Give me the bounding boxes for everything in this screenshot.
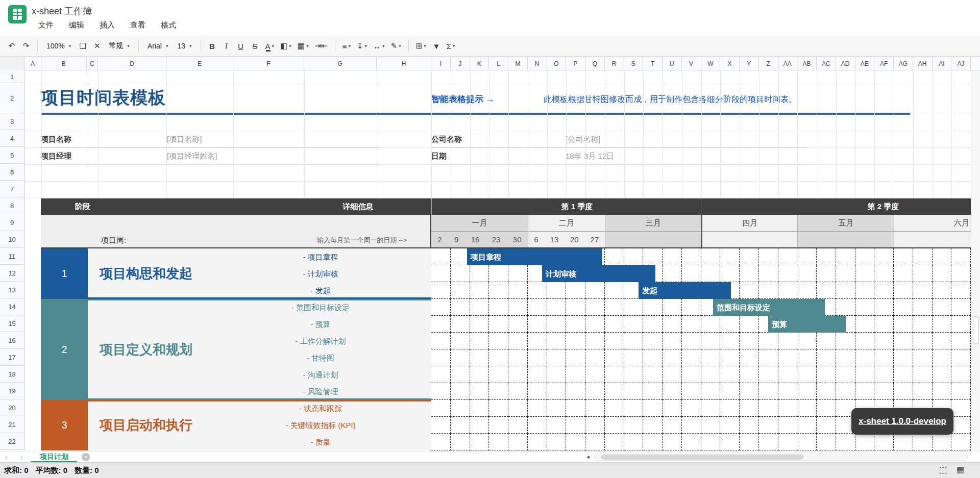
grid-cell[interactable]	[720, 400, 740, 417]
column-header-AC[interactable]: AC	[817, 57, 836, 70]
grid-cell[interactable]	[643, 434, 663, 450]
grid-cell[interactable]	[470, 417, 489, 434]
grid-cell[interactable]	[682, 265, 701, 282]
horizontal-scrollbar[interactable]	[594, 454, 968, 461]
column-header-W[interactable]: W	[701, 57, 721, 70]
align-left-icon[interactable]: ≡▾	[341, 39, 352, 53]
grid-cell[interactable]	[855, 248, 875, 265]
column-header-T[interactable]: T	[643, 57, 663, 70]
grid-cell[interactable]	[624, 333, 644, 349]
grid-cell[interactable]	[778, 366, 798, 383]
grid-cell[interactable]	[701, 333, 721, 349]
undo-icon[interactable]: ↶	[6, 39, 17, 53]
grid-cell[interactable]	[797, 434, 817, 450]
hscroll-left-icon[interactable]: ◄	[585, 454, 591, 460]
grid-cell[interactable]	[547, 316, 567, 333]
grid-cell[interactable]	[720, 265, 740, 282]
grid-cell[interactable]	[547, 434, 567, 450]
grid-cell[interactable]	[759, 383, 778, 400]
grid-cell[interactable]	[951, 383, 971, 400]
column-header-AB[interactable]: AB	[797, 57, 817, 70]
grid-cell[interactable]	[643, 417, 663, 434]
grid-cell[interactable]	[470, 434, 489, 450]
menu-item-文件[interactable]: 文件	[36, 19, 56, 31]
grid-cell[interactable]	[643, 383, 663, 400]
column-header-AA[interactable]: AA	[778, 57, 798, 70]
grid-cell[interactable]	[508, 400, 528, 417]
grid-cell[interactable]	[682, 383, 701, 400]
grid-cell[interactable]	[451, 282, 470, 299]
grid-cell[interactable]	[740, 366, 759, 383]
grid-cell[interactable]	[566, 417, 585, 434]
grid-cell[interactable]	[508, 282, 528, 299]
grid-cell[interactable]	[701, 434, 721, 450]
grid-cell[interactable]	[624, 383, 644, 400]
grid-cell[interactable]	[817, 282, 836, 299]
grid-cell[interactable]	[605, 299, 624, 316]
grid-cell[interactable]	[951, 299, 971, 316]
row-header-11[interactable]: 11	[0, 248, 24, 265]
row-header-15[interactable]: 15	[0, 315, 24, 332]
grid-cell[interactable]	[759, 349, 778, 366]
grid-cell[interactable]	[682, 299, 701, 316]
underline-icon[interactable]: U	[235, 39, 247, 53]
grid-cell[interactable]	[624, 316, 644, 333]
grid-cell[interactable]	[894, 434, 913, 450]
grid-cell[interactable]	[663, 366, 682, 383]
grid-cell[interactable]	[874, 333, 894, 349]
grid-cell[interactable]	[855, 349, 875, 366]
select-all-corner[interactable]	[0, 57, 24, 70]
grid-cell[interactable]	[585, 333, 605, 349]
grid-cell[interactable]	[547, 299, 567, 316]
grid-cell[interactable]	[720, 316, 740, 333]
grid-cell[interactable]	[528, 366, 547, 383]
grid-cell[interactable]	[470, 383, 489, 400]
grid-cell[interactable]	[566, 349, 585, 366]
zoom-select[interactable]: 100%▾	[43, 39, 74, 53]
grid-cell[interactable]	[797, 349, 817, 366]
grid-cell[interactable]	[740, 282, 759, 299]
grid-cell[interactable]	[740, 349, 759, 366]
grid-cell[interactable]	[874, 366, 894, 383]
column-header-M[interactable]: M	[508, 57, 528, 70]
grid-cell[interactable]	[913, 316, 933, 333]
grid-cell[interactable]	[740, 265, 759, 282]
grid-cell[interactable]	[913, 349, 933, 366]
grid-cell[interactable]	[508, 316, 528, 333]
grid-cell[interactable]	[585, 349, 605, 366]
grid-cell[interactable]	[470, 333, 489, 349]
grid-cell[interactable]	[489, 417, 508, 434]
grid-cell[interactable]	[797, 265, 817, 282]
row-header-13[interactable]: 13	[0, 282, 24, 298]
column-header-C[interactable]: C	[87, 57, 98, 70]
workbook-title[interactable]: x-sheet 工作簿	[32, 5, 92, 17]
grid-cell[interactable]	[701, 349, 721, 366]
row-header-1[interactable]: 1	[0, 70, 24, 83]
row-header-6[interactable]: 6	[0, 164, 24, 181]
grid-cell[interactable]	[528, 349, 547, 366]
grid-cell[interactable]	[663, 248, 682, 265]
grid-cell[interactable]	[720, 383, 740, 400]
grid-cell[interactable]	[624, 349, 644, 366]
grid-cell[interactable]	[547, 366, 567, 383]
column-header-V[interactable]: V	[682, 57, 701, 70]
grid-cell[interactable]	[913, 299, 933, 316]
column-header-B[interactable]: B	[41, 57, 87, 70]
grid-cell[interactable]	[894, 282, 913, 299]
grid-cell[interactable]	[951, 282, 971, 299]
grid-cell[interactable]	[817, 417, 836, 434]
column-header-AI[interactable]: AI	[933, 57, 952, 70]
grid-cell[interactable]	[470, 299, 489, 316]
grid-cell[interactable]	[605, 366, 624, 383]
grid-cell[interactable]	[451, 299, 470, 316]
row-header-16[interactable]: 16	[0, 332, 24, 349]
grid-cell[interactable]	[855, 265, 875, 282]
row-header-12[interactable]: 12	[0, 265, 24, 282]
grid-cell[interactable]	[508, 349, 528, 366]
grid-cell[interactable]	[682, 349, 701, 366]
menu-item-插入[interactable]: 插入	[97, 19, 117, 31]
grid-cell[interactable]	[605, 349, 624, 366]
grid-cell[interactable]	[701, 316, 721, 333]
column-header-AD[interactable]: AD	[836, 57, 855, 70]
grid-cell[interactable]	[605, 316, 624, 333]
